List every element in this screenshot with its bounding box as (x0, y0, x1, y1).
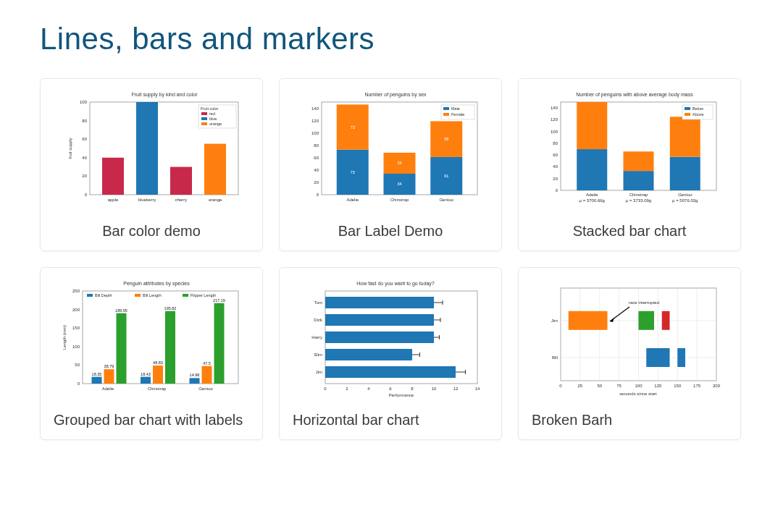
svg-text:73: 73 (351, 125, 355, 130)
svg-text:40: 40 (82, 156, 87, 160)
svg-rect-47 (443, 107, 449, 110)
svg-rect-98 (202, 366, 212, 384)
svg-text:175: 175 (693, 384, 701, 388)
svg-text:Chinstrap: Chinstrap (390, 198, 409, 202)
svg-text:12: 12 (453, 387, 459, 391)
svg-rect-158 (662, 311, 670, 330)
svg-text:Below: Below (692, 106, 703, 111)
svg-text:18.43: 18.43 (141, 372, 151, 376)
svg-text:100: 100 (72, 345, 80, 349)
svg-rect-117 (325, 297, 434, 308)
x-axis-label: seconds since start (619, 392, 657, 396)
svg-text:0: 0 (556, 188, 558, 193)
svg-text:Gentoo: Gentoo (198, 387, 213, 391)
card-broken-barh[interactable]: BillJim 0255075100125150175200 race inte… (518, 267, 741, 440)
svg-text:0: 0 (559, 384, 562, 388)
svg-text:Tom: Tom (314, 300, 322, 305)
svg-rect-20 (201, 122, 207, 125)
chart-title: Fruit supply by kind and color (131, 92, 198, 98)
svg-text:Bill: Bill (552, 355, 558, 360)
svg-rect-90 (141, 377, 151, 384)
svg-text:48.83: 48.83 (153, 360, 163, 365)
svg-text:Slim: Slim (314, 352, 322, 357)
card-caption: Stacked bar chart (532, 221, 727, 242)
svg-text:100: 100 (80, 100, 88, 104)
svg-text:2: 2 (346, 387, 348, 391)
svg-rect-123 (325, 332, 434, 343)
svg-text:Bill Length: Bill Length (143, 293, 162, 297)
svg-text:20: 20 (82, 174, 87, 178)
svg-text:150: 150 (674, 384, 682, 388)
svg-text:189.95: 189.95 (115, 308, 127, 313)
svg-text:Adelie: Adelie (102, 387, 114, 391)
svg-text:orange: orange (209, 122, 222, 126)
svg-rect-155 (677, 348, 685, 367)
svg-rect-10 (204, 144, 226, 195)
svg-text:blue: blue (209, 117, 217, 121)
svg-text:100: 100 (311, 131, 319, 135)
svg-rect-100 (214, 303, 225, 384)
svg-rect-49 (443, 113, 449, 116)
svg-text:120: 120 (551, 117, 558, 122)
svg-rect-60 (577, 149, 607, 190)
svg-rect-9 (170, 167, 192, 195)
chart-title: How fast do you want to go today? (356, 281, 435, 287)
svg-text:120: 120 (311, 119, 319, 123)
svg-text:8: 8 (411, 387, 414, 391)
svg-rect-107 (135, 294, 141, 297)
svg-rect-65 (670, 117, 700, 156)
svg-text:150: 150 (72, 326, 80, 330)
svg-text:125: 125 (654, 384, 662, 388)
svg-text:100: 100 (551, 130, 558, 134)
svg-text:0: 0 (78, 381, 80, 386)
svg-text:40: 40 (553, 164, 558, 169)
chart-broken-barh: BillJim 0255075100125150175200 race inte… (535, 278, 724, 401)
svg-text:34: 34 (397, 161, 401, 165)
svg-text:34: 34 (397, 182, 401, 186)
y-axis-label: Length (mm) (62, 325, 67, 350)
svg-text:Chinstrap: Chinstrap (629, 193, 648, 197)
svg-text:0: 0 (317, 193, 319, 197)
chart-horizontal-bar: How fast do you want to go today? TomDic… (296, 278, 485, 401)
card-stacked-bar[interactable]: Number of penguins with above average bo… (518, 78, 741, 251)
svg-text:0: 0 (324, 387, 327, 391)
chart-stacked-bar: Number of penguins with above average bo… (535, 89, 724, 212)
svg-rect-105 (87, 294, 93, 297)
svg-rect-126 (325, 349, 412, 360)
svg-rect-84 (92, 377, 102, 384)
svg-text:6: 6 (389, 387, 392, 391)
svg-rect-7 (102, 158, 124, 195)
svg-text:100: 100 (635, 384, 643, 388)
chart-grouped-bar: Penguin attributes by species 0501001502… (57, 278, 246, 401)
svg-text:20: 20 (553, 177, 558, 181)
svg-rect-61 (577, 102, 607, 149)
svg-text:50: 50 (75, 363, 80, 367)
svg-rect-16 (201, 112, 207, 115)
svg-text:61: 61 (444, 174, 448, 178)
svg-text:μ = 3733.09g: μ = 3733.09g (626, 198, 651, 203)
svg-text:60: 60 (82, 137, 87, 141)
svg-rect-157 (639, 311, 655, 330)
svg-text:18.35: 18.35 (92, 372, 102, 376)
svg-text:Gentoo: Gentoo (439, 198, 453, 202)
card-caption: Grouped bar chart with labels (54, 410, 249, 431)
card-grid: Fruit supply by kind and color 020406080… (40, 78, 730, 440)
card-bar-color-demo[interactable]: Fruit supply by kind and color 020406080… (40, 78, 263, 251)
annotation-arrowhead (610, 318, 614, 322)
svg-text:58: 58 (444, 137, 448, 141)
chart-bar-color-demo: Fruit supply by kind and color 020406080… (57, 89, 246, 212)
chart-title: Number of penguins by sex (364, 92, 427, 98)
svg-text:40: 40 (314, 168, 319, 172)
card-grouped-bar[interactable]: Penguin attributes by species 0501001502… (40, 267, 263, 440)
svg-text:Adelie: Adelie (346, 198, 359, 202)
card-horizontal-bar[interactable]: How fast do you want to go today? TomDic… (279, 267, 502, 440)
svg-text:38.79: 38.79 (104, 364, 114, 368)
svg-text:217.19: 217.19 (213, 298, 225, 303)
svg-text:Above: Above (692, 112, 704, 117)
svg-text:73: 73 (351, 170, 355, 174)
svg-rect-8 (136, 102, 158, 195)
svg-text:14.98: 14.98 (190, 373, 200, 377)
card-bar-label-demo[interactable]: Number of penguins by sex 02040608010012… (279, 78, 502, 251)
svg-text:200: 200 (713, 384, 721, 388)
x-axis-label: Performance (389, 393, 414, 397)
